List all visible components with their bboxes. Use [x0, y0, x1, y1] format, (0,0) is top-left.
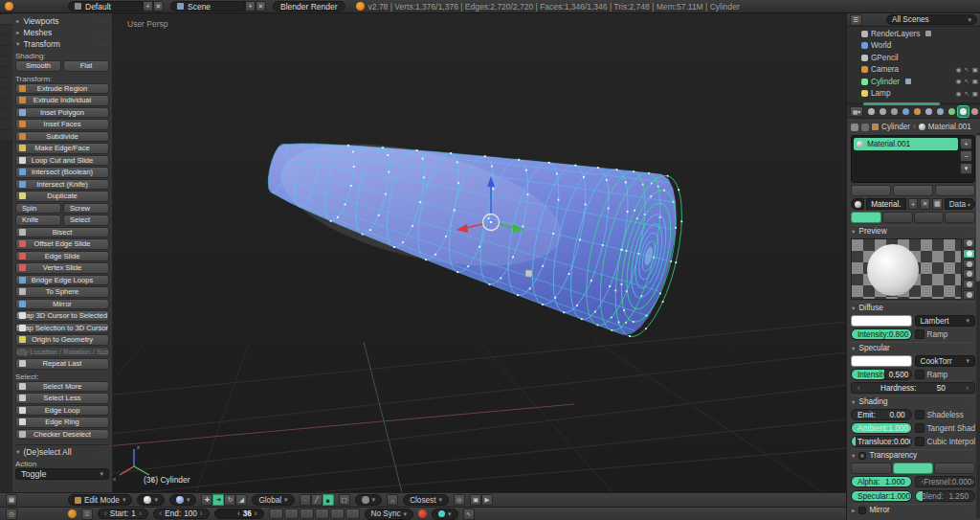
props-tab-data[interactable]: [947, 106, 957, 117]
end-frame-field[interactable]: End:100: [153, 509, 210, 519]
specular-ramp-checkbox[interactable]: Ramp: [915, 370, 976, 379]
tool-origin-to-geometry[interactable]: Origin to Geometry: [15, 334, 109, 346]
add-layout-button[interactable]: +: [143, 1, 153, 11]
tool-knife[interactable]: Knife: [15, 215, 61, 226]
tool-make-edge-face[interactable]: Make Edge/Face: [15, 143, 109, 154]
snap-magnet-button[interactable]: ∩: [387, 494, 398, 506]
render-engine-dropdown[interactable]: Blender Render: [273, 1, 345, 11]
properties-editor-type-dropdown[interactable]: ▦▾: [850, 106, 863, 117]
properties-scrollbar[interactable]: [976, 133, 980, 518]
viewport-shading-dropdown[interactable]: [137, 494, 165, 506]
panel-viewports[interactable]: Viewports: [15, 15, 109, 27]
specular-color-swatch[interactable]: [851, 355, 912, 367]
add-material-slot-button[interactable]: +: [960, 138, 972, 149]
tool-mirror[interactable]: Mirror: [15, 299, 109, 310]
shelf-tab-measureit[interactable]: [0, 67, 12, 77]
flat-button[interactable]: Flat: [63, 60, 109, 72]
transparency-tab-mask[interactable]: [851, 463, 892, 474]
pin-icon[interactable]: [851, 124, 858, 131]
props-tab-material[interactable]: [958, 106, 969, 117]
manipulator-translate-button[interactable]: ➜: [212, 494, 224, 506]
viewport-canvas[interactable]: z y x: [0, 13, 846, 492]
add-scene-button[interactable]: +: [245, 1, 256, 11]
action-dropdown[interactable]: Toggle: [15, 468, 109, 480]
props-tab-render[interactable]: [866, 106, 877, 117]
outliner-item-lamp[interactable]: Lamp ◉↖▣: [849, 88, 978, 101]
tool-extrude-individual[interactable]: Extrude Individual: [15, 95, 109, 106]
manipulator-rotate-button[interactable]: ↻: [224, 494, 235, 506]
link-data-dropdown[interactable]: Data: [945, 198, 975, 210]
tool-spin[interactable]: Spin: [15, 203, 61, 215]
outliner-item-gpencil[interactable]: GPencil ◉↖▣: [849, 52, 978, 64]
shelf-tab-relations[interactable]: [0, 88, 12, 98]
pivot-point-dropdown[interactable]: [169, 494, 197, 506]
shelf-tab-archimesh[interactable]: [0, 78, 12, 87]
outliner-editor-type-dropdown[interactable]: ☰: [850, 14, 862, 26]
play-button[interactable]: [315, 509, 329, 519]
mirror-enable-checkbox[interactable]: [858, 507, 866, 514]
tool-inset-faces[interactable]: Inset Faces: [15, 119, 109, 130]
tool-intersect-knife[interactable]: Intersect (Knife): [15, 179, 109, 191]
specular-alpha-slider[interactable]: Specular:1.000: [851, 490, 912, 502]
tool-snap-cursor-to-selected[interactable]: Snap 3D Cursor to Selected: [15, 310, 109, 322]
material-name-field[interactable]: Material.: [866, 198, 905, 210]
fake-user-button[interactable]: ▩: [932, 198, 943, 210]
restriction-toggles[interactable]: ◉↖▣: [956, 66, 978, 74]
outliner-scrollbar[interactable]: [847, 102, 980, 105]
material-browse-dropdown[interactable]: [851, 198, 864, 210]
orientation-dropdown[interactable]: Global: [252, 494, 294, 506]
tool-extrude-region[interactable]: Extrude Region: [15, 83, 109, 95]
next-keyframe-button[interactable]: [330, 509, 345, 519]
material-slot-item[interactable]: Material.001: [854, 138, 958, 150]
deselect-button[interactable]: [935, 185, 975, 196]
tool-select-less[interactable]: Select Less: [15, 393, 109, 404]
specular-panel-header[interactable]: Specular: [851, 342, 975, 353]
type-tab-surface[interactable]: [851, 212, 881, 223]
opengl-render-button[interactable]: ▣: [470, 494, 481, 506]
props-tab-scene[interactable]: [889, 106, 900, 117]
specular-shader-dropdown[interactable]: CookTorr: [915, 355, 976, 367]
specular-intensity-slider[interactable]: Intensity:0.500: [851, 369, 912, 380]
shading-checkbox[interactable]: Cubic Interpola...: [915, 437, 976, 446]
face-select-button[interactable]: ■: [323, 494, 334, 506]
type-tab-volume[interactable]: [914, 212, 945, 223]
tool-select[interactable]: Select: [63, 215, 109, 226]
tool-intersect-boolean[interactable]: Intersect (Boolean): [15, 167, 109, 178]
diffuse-ramp-checkbox[interactable]: Ramp: [915, 329, 976, 339]
preview-monkey-button[interactable]: [963, 269, 975, 279]
shading-checkbox[interactable]: Shadeless: [915, 410, 976, 419]
selected-face-handle[interactable]: [525, 270, 532, 277]
shelf-tab-options[interactable]: [0, 46, 12, 56]
props-tab-render-layers[interactable]: [878, 106, 888, 117]
lock-icon[interactable]: ⚿: [81, 509, 93, 520]
transparency-tab-raytrace[interactable]: [934, 463, 975, 474]
tool-duplicate[interactable]: Duplicate: [15, 191, 109, 202]
edge-select-button[interactable]: ╱: [311, 494, 323, 506]
shelf-tab-animation[interactable]: [0, 99, 12, 108]
transparency-panel-header[interactable]: Transparency: [851, 449, 975, 461]
panel-deselect-all-header[interactable]: (De)select All: [15, 446, 109, 458]
shading-slider[interactable]: Emit:0.00: [851, 409, 912, 420]
keying-set-dropdown[interactable]: [432, 509, 458, 520]
opengl-animation-button[interactable]: ▶: [481, 494, 493, 506]
shading-slider[interactable]: Ambient:1.000: [851, 422, 912, 434]
mode-dropdown[interactable]: Edit Mode: [68, 494, 132, 506]
new-material-button[interactable]: +: [908, 198, 919, 210]
tool-subdivide[interactable]: Subdivide: [15, 131, 109, 143]
preview-cube-button[interactable]: [963, 260, 975, 269]
cylinder-mesh-object[interactable]: [264, 121, 695, 343]
delete-layout-button[interactable]: ✕: [153, 1, 164, 11]
type-tab-wire[interactable]: [882, 212, 913, 223]
shading-panel-header[interactable]: Shading: [851, 396, 975, 407]
tool-repeat-last[interactable]: Repeat Last: [15, 358, 109, 370]
assign-button[interactable]: [851, 185, 891, 196]
play-reverse-button[interactable]: [300, 509, 314, 519]
tool-inset-polygon[interactable]: Inset Polygon: [15, 107, 109, 119]
screen-layout-dropdown[interactable]: Default: [68, 1, 143, 11]
preview-range-icon[interactable]: [68, 509, 77, 518]
blend-slider[interactable]: Blend:1.250: [915, 490, 976, 502]
unlink-material-button[interactable]: ✕: [920, 198, 930, 210]
tool-vertex-slide[interactable]: Vertex Slide: [15, 262, 109, 274]
outliner-item-renderlayers[interactable]: RenderLayers ◉↖▣: [849, 28, 978, 40]
tool-bridge-edge-loops[interactable]: Bridge Edge Loops: [15, 275, 109, 286]
